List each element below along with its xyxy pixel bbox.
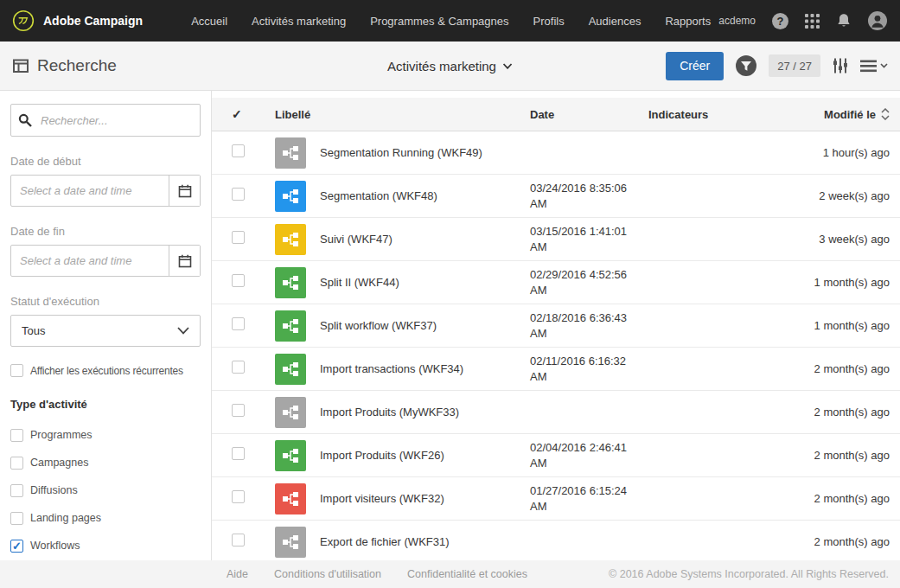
column-header-date[interactable]: Date (530, 108, 648, 121)
table-row[interactable]: Export de fichier (WKF31) 2 month(s) ago (212, 521, 900, 560)
calendar-icon (178, 184, 192, 198)
row-modified: 1 month(s) ago (778, 319, 900, 332)
workflow-icon (275, 181, 306, 212)
status-select[interactable]: Tous (10, 315, 201, 347)
column-settings-icon[interactable] (832, 57, 849, 74)
row-checkbox[interactable] (232, 317, 245, 330)
row-check-cell (212, 534, 275, 550)
row-date: 02/18/2016 6:36:43 AM (530, 310, 648, 341)
activity-type-label: Workflows (30, 540, 80, 552)
search-input[interactable] (10, 104, 201, 137)
result-counter: 27 / 27 (769, 54, 820, 77)
checkbox[interactable] (10, 540, 23, 553)
column-header-modifie-le[interactable]: Modifié le (778, 108, 900, 121)
notifications-bell-icon[interactable] (836, 13, 852, 29)
row-icon-cell (275, 310, 320, 342)
table-row[interactable]: Split workflow (WKF37) 02/18/2016 6:36:4… (212, 304, 900, 348)
row-checkbox[interactable] (232, 231, 245, 244)
create-button[interactable]: Créer (666, 52, 724, 80)
table-row[interactable]: Import visiteurs (WKF32) 01/27/2016 6:15… (212, 477, 900, 521)
filter-icon[interactable] (735, 54, 757, 77)
row-label: Segmentation Running (WKF49) (320, 146, 530, 159)
results-area: ✓ Libellé Date Indicateurs Modifié le (212, 91, 900, 560)
activity-type-label: Diffusions (30, 484, 78, 496)
checkbox[interactable] (10, 512, 23, 525)
table-row[interactable]: Segmentation (WKF48) 03/24/2016 8:35:06 … (212, 175, 900, 218)
activity-type-option[interactable]: Programmes (10, 421, 201, 449)
date-end-input[interactable] (11, 246, 169, 276)
row-label: Split II (WKF44) (320, 276, 530, 289)
topnav-item[interactable]: Accueil (191, 15, 227, 28)
view-options-button[interactable] (860, 60, 888, 73)
row-checkbox[interactable] (232, 447, 245, 460)
help-icon[interactable]: ? (772, 13, 788, 29)
date-end-calendar-button[interactable] (169, 246, 200, 276)
topnav-item[interactable]: Profils (533, 15, 565, 28)
footer-link[interactable]: Confidentialité et cookies (407, 568, 527, 580)
date-start-input[interactable] (11, 176, 169, 206)
topnav-item[interactable]: Rapports (665, 15, 711, 28)
topnav-item[interactable]: Activités marketing (252, 15, 346, 28)
search-field (10, 104, 201, 137)
row-checkbox[interactable] (232, 534, 245, 546)
table-row[interactable]: Import transactions (WKF34) 02/11/2016 6… (212, 348, 900, 391)
page-title: Recherche (37, 56, 117, 75)
checkbox[interactable] (10, 429, 23, 442)
activity-type-option[interactable]: Workflows (10, 532, 201, 559)
table-row[interactable]: Split II (WKF44) 02/29/2016 4:52:56 AM 1… (212, 261, 900, 304)
table-row[interactable]: Segmentation Running (WKF49) 1 hour(s) a… (212, 131, 900, 175)
row-checkbox[interactable] (232, 274, 245, 287)
filter-sidebar: Date de début Date de fin Statut d'exécu… (0, 91, 212, 560)
row-check-cell (212, 144, 275, 161)
row-date: 01/27/2016 6:15:24 AM (530, 483, 648, 514)
table-row[interactable]: Import Produits (MyWKF33) 2 month(s) ago (212, 391, 900, 434)
subheader-actions: Créer 27 / 27 (666, 52, 900, 80)
row-check-cell (212, 274, 275, 291)
column-header-libelle[interactable]: Libellé (275, 108, 530, 121)
row-checkbox[interactable] (232, 490, 245, 503)
context-selector[interactable]: Activités marketing (387, 59, 513, 74)
campaign-logo-icon (12, 10, 35, 32)
recurring-executions-option[interactable]: Afficher les exécutions récurrentes (10, 364, 201, 377)
row-check-cell (212, 404, 275, 420)
apps-grid-icon[interactable] (805, 14, 820, 29)
search-page-icon (12, 57, 29, 74)
workflow-icon (275, 137, 306, 169)
status-select-value: Tous (22, 324, 45, 337)
list-view-icon (860, 60, 877, 73)
row-checkbox[interactable] (232, 188, 245, 201)
status-label: Statut d'exécution (10, 295, 201, 308)
row-check-cell (212, 361, 275, 377)
user-avatar-icon[interactable] (868, 11, 887, 30)
workflow-icon (275, 397, 306, 428)
column-header-indicateurs[interactable]: Indicateurs (648, 108, 778, 121)
brand-name: Adobe Campaign (43, 14, 143, 28)
footer-link[interactable]: Conditions d'utilisation (274, 568, 381, 580)
account-name[interactable]: acdemo (718, 15, 756, 27)
checkbox[interactable] (10, 364, 23, 377)
activity-type-option[interactable]: Diffusions (10, 476, 201, 504)
row-checkbox[interactable] (232, 361, 245, 374)
checkbox[interactable] (10, 457, 23, 470)
row-checkbox[interactable] (232, 144, 245, 157)
date-end-field (10, 245, 201, 277)
select-all-check-icon[interactable]: ✓ (212, 107, 275, 121)
footer-links: AideConditions d'utilisationConfidential… (227, 568, 527, 580)
workflow-icon (275, 267, 306, 298)
activity-type-option[interactable]: Landing pages (10, 504, 201, 532)
row-modified: 2 month(s) ago (778, 492, 900, 505)
table-row[interactable]: Suivi (WKF47) 03/15/2016 1:41:01 AM 3 we… (212, 218, 900, 261)
row-date: 03/15/2016 1:41:01 AM (530, 224, 648, 254)
topnav-item[interactable]: Programmes & Campagnes (370, 15, 508, 28)
activity-type-option[interactable]: Campagnes (10, 449, 201, 476)
footer-link[interactable]: Aide (227, 568, 248, 580)
topnav-item[interactable]: Audiences (589, 15, 641, 28)
date-start-calendar-button[interactable] (169, 176, 200, 206)
workflow-icon (275, 354, 306, 385)
checkbox[interactable] (10, 484, 23, 497)
main-nav: AccueilActivités marketingProgrammes & C… (191, 15, 711, 28)
table-row[interactable]: Import Produits (WKF26) 02/04/2016 2:46:… (212, 434, 900, 477)
chevron-down-icon (177, 327, 189, 335)
row-check-cell (212, 490, 275, 507)
row-checkbox[interactable] (232, 404, 245, 417)
